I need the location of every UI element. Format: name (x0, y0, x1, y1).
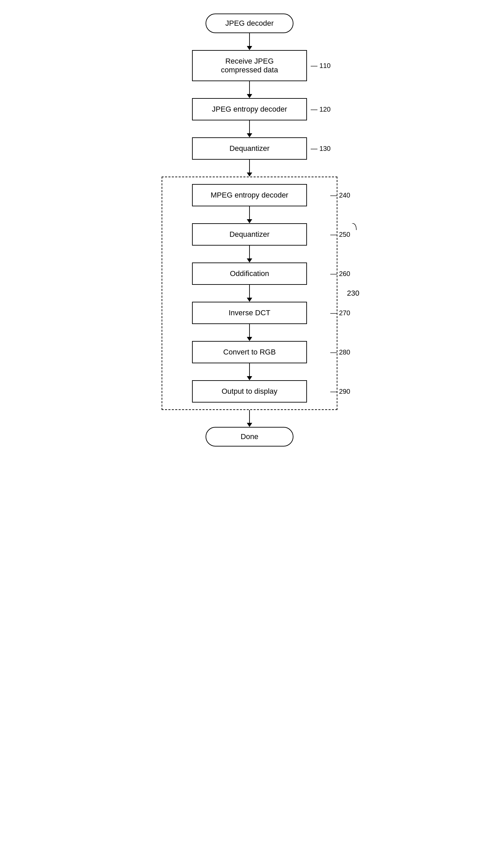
flowchart: JPEG decoder Receive JPEGcompressed data… (131, 13, 368, 447)
end-node: Done (206, 427, 293, 447)
label-280: 280 (330, 348, 350, 356)
region-bracket (350, 223, 357, 363)
step-280-label: Convert to RGB (223, 348, 276, 356)
label-260: 260 (330, 270, 350, 278)
start-label: JPEG decoder (225, 19, 273, 27)
label-240: 240 (330, 192, 350, 199)
arrow-6 (247, 245, 252, 263)
step-280: Convert to RGB (192, 341, 307, 363)
step-270-label: Inverse DCT (229, 309, 270, 317)
start-node: JPEG decoder (206, 13, 293, 33)
step-260-label: Oddification (230, 269, 269, 278)
step-250: Dequantizer (192, 223, 307, 245)
step-120-label: JPEG entropy decoder (212, 105, 287, 113)
step-270: Inverse DCT (192, 302, 307, 324)
step-240: MPEG entropy decoder (192, 184, 307, 206)
step-290: Output to display (192, 380, 307, 402)
step-110: Receive JPEGcompressed data (192, 50, 307, 81)
dashed-region-230: MPEG entropy decoder 240 Dequantizer 250… (162, 177, 337, 410)
step-130-label: Dequantizer (230, 144, 270, 153)
arrow-9 (247, 363, 252, 380)
step-240-label: MPEG entropy decoder (211, 191, 288, 199)
label-130: 130 (311, 145, 331, 153)
arrow-7 (247, 285, 252, 302)
arrow-4 (247, 160, 252, 177)
label-270: 270 (330, 309, 350, 317)
step-130: Dequantizer (192, 137, 307, 160)
arrow-1 (247, 33, 252, 50)
arrow-8 (247, 324, 252, 341)
end-label: Done (241, 432, 259, 441)
arrow-10 (247, 410, 252, 427)
arrow-3 (247, 120, 252, 137)
label-110: 110 (311, 62, 331, 70)
step-260: Oddification (192, 263, 307, 285)
label-120: 120 (311, 106, 331, 113)
step-250-label: Dequantizer (230, 230, 270, 239)
arrow-5 (247, 206, 252, 223)
step-110-label: Receive JPEGcompressed data (221, 57, 278, 74)
arrow-2 (247, 81, 252, 98)
label-290: 290 (330, 388, 350, 396)
step-290-label: Output to display (221, 387, 277, 396)
step-120: JPEG entropy decoder (192, 98, 307, 120)
label-250: 250 (330, 231, 350, 239)
